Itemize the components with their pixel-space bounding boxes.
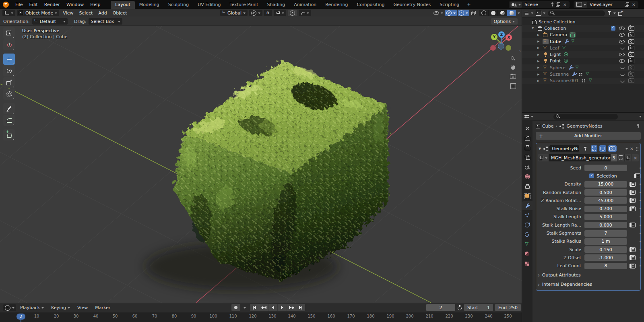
output-tab[interactable] <box>522 143 533 152</box>
timeline-editor-type-button[interactable] <box>3 304 16 311</box>
show-overlays-toggle[interactable] <box>458 10 469 16</box>
object-name[interactable]: Collection <box>543 26 568 31</box>
expand-arrow-icon[interactable]: ▼ <box>532 27 537 30</box>
zoom-icon[interactable] <box>511 56 515 61</box>
outliner-search-input[interactable] <box>548 10 605 16</box>
new-viewlayer-button[interactable] <box>625 2 629 7</box>
wireframe-shading-button[interactable] <box>479 10 489 16</box>
xray-toggle[interactable] <box>470 10 477 16</box>
outliner-row[interactable]: ▶ Sphere <box>522 64 644 71</box>
tab-geometry-nodes[interactable]: Geometry Nodes <box>389 1 435 9</box>
remove-viewlayer-button[interactable]: × <box>631 2 637 7</box>
users-count-button[interactable]: 3 <box>611 154 617 161</box>
auto-keying-button[interactable] <box>231 304 240 311</box>
object-name[interactable]: Light <box>549 52 562 57</box>
parameter-value-field[interactable]: -1.000 <box>584 254 627 261</box>
object-name[interactable]: Suzanne <box>549 72 570 77</box>
hide-in-viewport-toggle[interactable] <box>620 73 625 76</box>
hide-in-viewport-toggle[interactable] <box>620 66 625 69</box>
animate-dot-icon[interactable] <box>640 241 641 242</box>
viewport-menu-item[interactable]: Select <box>76 10 95 16</box>
object-name[interactable]: Camera <box>549 32 569 37</box>
sidebar-toggle-arrow[interactable]: ‹ <box>519 48 521 53</box>
outliner-row[interactable]: ▶ Leaf <box>522 45 644 51</box>
tool-transform[interactable] <box>3 89 15 100</box>
expand-arrow-icon[interactable]: ▶ <box>537 66 543 69</box>
outliner-row[interactable]: ▶ Point <box>522 58 644 64</box>
material-tab[interactable] <box>522 250 533 258</box>
transform-orientation-selector[interactable]: Global <box>220 10 248 16</box>
hide-in-viewport-toggle[interactable] <box>620 46 625 50</box>
solid-shading-button[interactable] <box>489 10 498 16</box>
outliner-row[interactable]: ▼ Collection <box>522 25 644 31</box>
animate-dot-icon[interactable] <box>640 257 641 258</box>
parameter-value-field[interactable]: 0.000 <box>584 222 627 228</box>
show-gizmo-toggle[interactable] <box>445 10 457 16</box>
disable-in-renders-toggle[interactable] <box>628 46 634 50</box>
tab-sculpting[interactable]: Sculpting <box>164 1 193 9</box>
gizmo-y-axis[interactable]: Y <box>491 34 497 40</box>
parameter-value-field[interactable]: 0.700 <box>584 206 627 212</box>
tool-cursor[interactable] <box>3 39 15 50</box>
next-keyframe-button[interactable] <box>287 304 296 311</box>
constraints-tab[interactable] <box>522 230 533 239</box>
gizmo-z-axis[interactable]: Z <box>498 31 505 38</box>
realtime-display-toggle[interactable] <box>599 145 606 152</box>
checkbox-icon[interactable] <box>589 173 594 178</box>
new-scene-button[interactable] <box>556 2 560 7</box>
viewport-canvas[interactable] <box>0 9 522 303</box>
tool-scale[interactable] <box>3 77 15 88</box>
add-workspace-button[interactable]: + <box>464 0 474 8</box>
animate-dot-icon[interactable] <box>640 184 641 185</box>
expand-arrow-icon[interactable]: ▶ <box>537 53 543 56</box>
menu-item[interactable]: Help <box>87 2 103 7</box>
current-frame-indicator[interactable]: 2 <box>17 314 25 320</box>
proportional-falloff-selector[interactable] <box>299 10 311 16</box>
disable-in-renders-toggle[interactable] <box>628 78 634 83</box>
orthographic-toggle-icon[interactable] <box>510 83 516 89</box>
outliner-display-mode[interactable] <box>524 11 533 15</box>
orientation-setting-selector[interactable]: Default <box>32 18 68 25</box>
show-object-types-dropdown[interactable] <box>432 10 444 16</box>
menu-item[interactable]: Window <box>63 2 87 7</box>
animate-dot-icon[interactable] <box>640 208 641 209</box>
input-attribute-toggle-icon[interactable] <box>630 198 636 203</box>
current-frame-field[interactable]: 2 <box>426 304 455 311</box>
play-button[interactable] <box>278 304 287 311</box>
snap-target-selector[interactable] <box>274 10 286 16</box>
new-node-group-button[interactable] <box>624 154 632 161</box>
output-attributes-section[interactable]: › Output Attributes <box>538 271 639 279</box>
parameter-value-field[interactable]: 15.000 <box>584 181 627 188</box>
timeline-ruler[interactable]: 2 10203040506070809010011012013014015016… <box>0 313 522 322</box>
material-preview-button[interactable] <box>498 10 507 16</box>
tab-uv-editing[interactable]: UV Editing <box>193 1 225 9</box>
animate-dot-icon[interactable] <box>640 249 641 250</box>
node-group-name-field[interactable]: MGH_MeshBush_generator <box>549 154 611 161</box>
breadcrumb-modifier[interactable]: GeometryNodes <box>566 124 602 129</box>
render-tab[interactable] <box>522 134 533 142</box>
pin-scene-icon[interactable] <box>550 2 554 7</box>
input-attribute-toggle-icon[interactable] <box>630 247 636 252</box>
parameter-value-field[interactable]: 5.000 <box>584 214 627 220</box>
animate-dot-icon[interactable] <box>640 200 641 201</box>
collection-tab[interactable] <box>522 182 533 191</box>
browse-viewlayer-button[interactable] <box>575 2 587 8</box>
tool-annotate[interactable] <box>3 103 15 114</box>
hide-in-viewport-toggle[interactable] <box>619 33 625 37</box>
outliner-row[interactable]: ▶ Suzanne <box>522 71 644 77</box>
expand-arrow-icon[interactable]: ▶ <box>537 73 543 76</box>
menu-item[interactable]: File <box>12 2 26 7</box>
hide-in-viewport-toggle[interactable] <box>620 79 625 83</box>
tab-rendering[interactable]: Rendering <box>321 1 352 9</box>
outliner-row[interactable]: ▶ Suzanne.001 <box>522 78 644 84</box>
input-attribute-toggle-icon[interactable] <box>630 223 636 227</box>
drag-handle-icon[interactable] <box>636 147 639 151</box>
input-attribute-toggle-icon[interactable] <box>630 182 636 187</box>
selectable-checkbox[interactable] <box>611 26 615 31</box>
properties-search-input[interactable] <box>553 114 618 120</box>
physics-tab[interactable] <box>522 221 533 229</box>
browse-scene-button[interactable] <box>510 2 522 8</box>
tab-animation[interactable]: Animation <box>289 1 321 9</box>
expand-arrow-icon[interactable]: ▶ <box>537 46 543 50</box>
hide-in-viewport-toggle[interactable] <box>619 53 625 56</box>
